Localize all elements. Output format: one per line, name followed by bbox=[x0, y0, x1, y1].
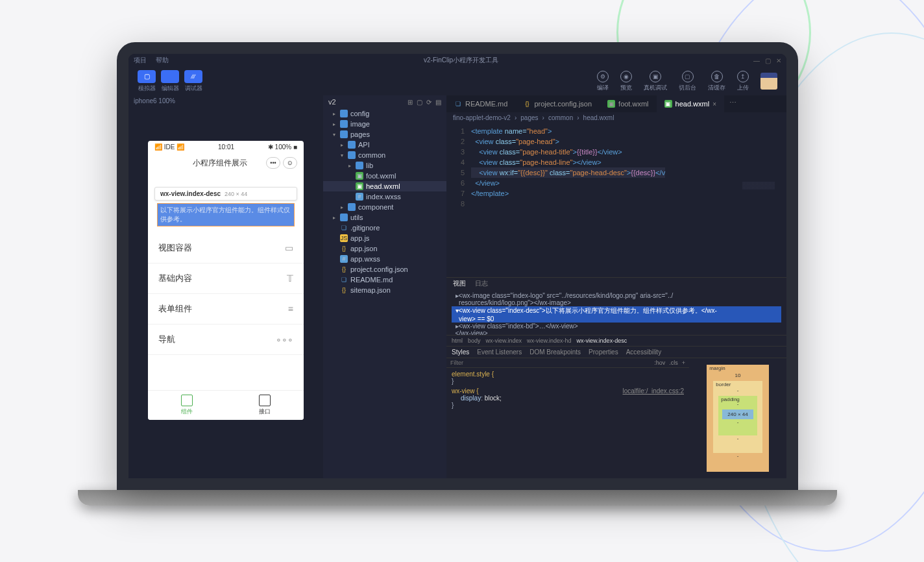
tree-item[interactable]: {}project.config.json bbox=[323, 264, 446, 275]
close-icon[interactable]: ✕ bbox=[776, 57, 781, 64]
styles-tab[interactable]: Properties bbox=[589, 348, 618, 356]
tabbar-item[interactable]: 接口 bbox=[226, 391, 304, 420]
editor-area: ❏README.md{}project.config.json▣foot.wxm… bbox=[446, 95, 786, 478]
dom-node[interactable]: </wx-view> bbox=[452, 330, 781, 335]
tree-item[interactable]: ▣head.wxml bbox=[323, 181, 446, 191]
css-rules[interactable]: element.style {}</span><div class="rule-… bbox=[446, 368, 689, 478]
border-value: - bbox=[718, 387, 757, 393]
list-item[interactable]: 基础内容𝕋 bbox=[148, 263, 304, 294]
collapse-icon[interactable]: ▤ bbox=[435, 99, 441, 106]
tree-item[interactable]: JSapp.js bbox=[323, 233, 446, 243]
titlebar: 项目 帮助 v2-FinClip小程序开发工具 — ▢ ✕ bbox=[128, 54, 786, 67]
menu-project[interactable]: 项目 bbox=[134, 56, 147, 65]
dom-crumb-item[interactable]: html bbox=[452, 337, 463, 344]
add-rule-icon[interactable]: + bbox=[682, 360, 685, 366]
editor-tab[interactable]: ▣head.wxml× bbox=[657, 95, 724, 112]
tab-log[interactable]: 日志 bbox=[475, 279, 488, 288]
dom-node[interactable]: view> == $0 bbox=[452, 315, 781, 323]
mode-0[interactable]: ▢模拟器 bbox=[138, 70, 156, 93]
tree-item[interactable]: ❏.gitignore bbox=[323, 223, 446, 233]
tree-item[interactable]: #app.wxss bbox=[323, 254, 446, 264]
list-item[interactable]: 表单组件≡ bbox=[148, 294, 304, 324]
styles-tabs: StylesEvent ListenersDOM BreakpointsProp… bbox=[446, 347, 786, 358]
tree-item[interactable]: ▸lib bbox=[323, 160, 446, 171]
tool-编译[interactable]: ⚙编译 bbox=[597, 71, 609, 92]
tree-item[interactable]: ▸component bbox=[323, 202, 446, 212]
dom-crumb-item[interactable]: wx-view.index-desc bbox=[577, 337, 627, 344]
avatar[interactable] bbox=[760, 73, 777, 90]
breadcrumb: fino-applet-demo-v2 › pages › common › h… bbox=[446, 112, 786, 123]
new-folder-icon[interactable]: ▢ bbox=[417, 99, 422, 106]
phone-simulator[interactable]: 📶 IDE 📶 10:01 ✱ 100% ■ 小程序组件展示 ••• ⊙ bbox=[148, 141, 304, 420]
filter-input[interactable] bbox=[450, 360, 654, 366]
css-rule[interactable]: element.style {} bbox=[452, 371, 684, 385]
tabs-more-icon[interactable]: ⋯ bbox=[724, 95, 742, 112]
close-tab-icon[interactable]: × bbox=[712, 101, 716, 108]
list-item[interactable]: 导航∘∘∘ bbox=[148, 324, 304, 355]
styles-tab[interactable]: Accessibility bbox=[626, 348, 661, 356]
minimap[interactable] bbox=[742, 182, 775, 260]
phone-header: 小程序组件展示 ••• ⊙ bbox=[148, 153, 304, 173]
styles-tab[interactable]: DOM Breakpoints bbox=[529, 348, 581, 356]
dom-crumb-item[interactable]: body bbox=[468, 337, 481, 344]
tree-item[interactable]: ❏README.md bbox=[323, 275, 446, 285]
tree-item[interactable]: {}sitemap.json bbox=[323, 285, 446, 295]
hov-toggle[interactable]: :hov bbox=[654, 360, 665, 366]
tool-切后台[interactable]: ▢切后台 bbox=[679, 71, 696, 92]
dom-node[interactable]: ▸<wx-view class="index-bd">…</wx-view> bbox=[452, 323, 781, 330]
dom-tree[interactable]: ▸<wx-image class="index-logo" src="../re… bbox=[446, 289, 786, 335]
crumb-item[interactable]: fino-applet-demo-v2 bbox=[453, 114, 511, 121]
refresh-icon[interactable]: ⟳ bbox=[426, 99, 432, 106]
mode-1[interactable]: 编辑器 bbox=[161, 70, 179, 93]
dom-node[interactable]: resources/kind/logo.png"></wx-image> bbox=[452, 299, 781, 306]
list-item[interactable]: 视图容器▭ bbox=[148, 233, 304, 263]
tree-item[interactable]: ▸utils bbox=[323, 212, 446, 223]
editor-tab[interactable]: {}project.config.json bbox=[515, 95, 600, 112]
content-dimensions: 240 × 44 bbox=[722, 409, 753, 419]
mode-2[interactable]: ⫻调试器 bbox=[184, 70, 202, 93]
editor-tab[interactable]: ▣foot.wxml bbox=[600, 95, 656, 112]
devtools-panel: 视图 日志 ▸<wx-image class="index-logo" src=… bbox=[446, 277, 786, 478]
tree-item[interactable]: #index.wxss bbox=[323, 191, 446, 202]
code-editor[interactable]: 1<template name="head">2 <view class="pa… bbox=[446, 123, 786, 277]
tool-清缓存[interactable]: 🗑清缓存 bbox=[708, 71, 725, 92]
tool-预览[interactable]: ◉预览 bbox=[620, 71, 632, 92]
crumb-item[interactable]: common bbox=[548, 114, 573, 121]
editor-tab[interactable]: ❏README.md bbox=[446, 95, 515, 112]
tool-真机调试[interactable]: ▣真机调试 bbox=[644, 71, 667, 92]
dom-crumb-item[interactable]: wx-view.index-hd bbox=[527, 337, 572, 344]
tree-item[interactable]: ▾pages bbox=[323, 129, 446, 140]
box-model: margin 10 border - padding - 240 × 44 bbox=[689, 358, 786, 478]
tab-view[interactable]: 视图 bbox=[453, 279, 466, 288]
tree-item[interactable]: ▾common bbox=[323, 150, 446, 160]
minimize-icon[interactable]: — bbox=[753, 57, 760, 64]
dom-node[interactable]: ▸<wx-image class="index-logo" src="../re… bbox=[452, 292, 781, 299]
status-signal: 📶 IDE 📶 bbox=[154, 143, 184, 151]
highlighted-element[interactable]: 以下将展示小程序官方组件能力。组件样式仅供参考。 bbox=[157, 203, 295, 226]
phone-tabbar: 组件接口 bbox=[148, 390, 304, 420]
tree-item[interactable]: ▣foot.wxml bbox=[323, 171, 446, 181]
css-rule[interactable]: localfile:/_index.css:2wx-view {display:… bbox=[452, 387, 684, 409]
margin-label: margin bbox=[709, 365, 725, 371]
tool-上传[interactable]: ↥上传 bbox=[737, 71, 749, 92]
dom-crumb-item[interactable]: wx-view.index bbox=[486, 337, 522, 344]
crumb-item[interactable]: head.wxml bbox=[583, 114, 614, 121]
maximize-icon[interactable]: ▢ bbox=[765, 57, 771, 64]
more-icon[interactable]: ••• bbox=[266, 157, 280, 169]
menu-help[interactable]: 帮助 bbox=[156, 56, 169, 65]
tree-item[interactable]: ▸image bbox=[323, 119, 446, 129]
cls-toggle[interactable]: .cls bbox=[669, 360, 678, 366]
new-file-icon[interactable]: ⊞ bbox=[407, 99, 413, 106]
crumb-item[interactable]: pages bbox=[520, 114, 538, 121]
camera-dot bbox=[456, 45, 459, 49]
close-capsule-icon[interactable]: ⊙ bbox=[283, 157, 297, 169]
dom-node[interactable]: ▾<wx-view class="index-desc">以下将展示小程序官方组… bbox=[452, 306, 781, 315]
styles-tab[interactable]: Event Listeners bbox=[477, 348, 522, 356]
tabbar-item[interactable]: 组件 bbox=[148, 391, 226, 420]
tree-item[interactable]: ▸API bbox=[323, 140, 446, 150]
tree-item[interactable]: {}app.json bbox=[323, 243, 446, 254]
ide-window: 项目 帮助 v2-FinClip小程序开发工具 — ▢ ✕ ▢模拟器编辑器⫻调试… bbox=[128, 54, 786, 478]
styles-tab[interactable]: Styles bbox=[452, 348, 469, 356]
tree-item[interactable]: ▸config bbox=[323, 108, 446, 119]
border-label: border bbox=[716, 382, 731, 387]
